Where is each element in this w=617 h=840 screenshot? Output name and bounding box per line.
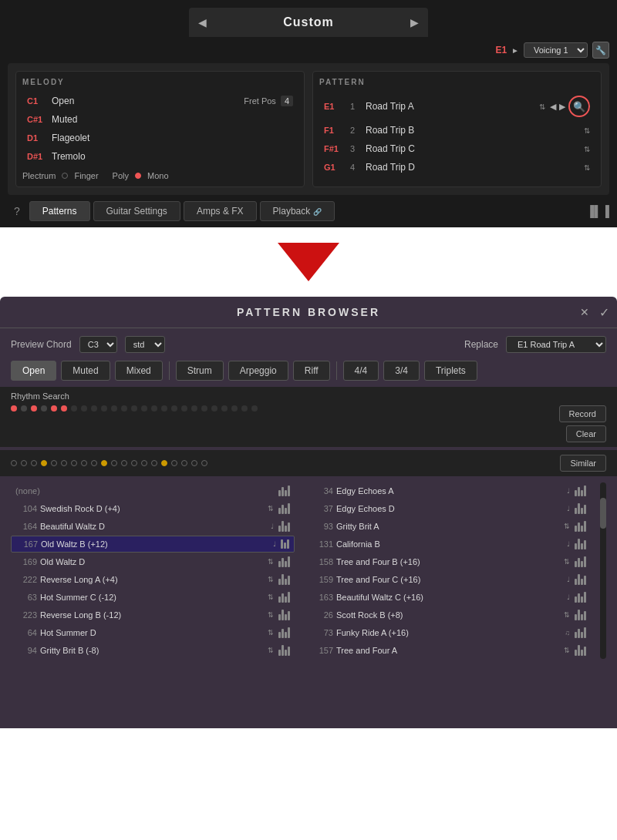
pitem-26[interactable]: 26 Scott Rock B (+8) ⇅ — [307, 606, 591, 623]
pitem-104[interactable]: 104 Swedish Rock D (+4) ⇅ — [11, 500, 295, 517]
rdot-17[interactable] — [171, 405, 177, 412]
rdot2-9[interactable] — [91, 460, 97, 466]
rdot-4[interactable] — [41, 405, 47, 412]
pattern-row-f1[interactable]: F1 2 Road Trip B ⇅ — [319, 122, 595, 139]
rdot2-16[interactable] — [161, 460, 167, 466]
pitem-167[interactable]: 167 Old Waltz B (+12) ♩ — [11, 536, 295, 553]
next-arrow[interactable]: ▶ — [401, 16, 428, 29]
rdot2-18[interactable] — [181, 460, 187, 466]
rdot2-14[interactable] — [141, 460, 147, 466]
pitem-93[interactable]: 93 Gritty Brit A ⇅ — [307, 518, 591, 535]
plectrum-radio[interactable] — [62, 173, 68, 179]
browser-close-button[interactable]: ✕ — [580, 306, 589, 318]
chord-type-select[interactable]: std maj — [125, 336, 165, 353]
rdot2-10[interactable] — [101, 460, 107, 466]
pitem-37[interactable]: 37 Edgy Echoes D ♩ — [307, 500, 591, 517]
settings-button[interactable]: 🔧 — [592, 42, 609, 59]
rdot-25[interactable] — [251, 405, 258, 412]
rdot-12[interactable] — [121, 405, 127, 412]
rdot-10[interactable] — [101, 405, 107, 412]
rdot-15[interactable] — [151, 405, 157, 412]
filter-triplets[interactable]: Triplets — [424, 361, 477, 381]
rdot-18[interactable] — [181, 405, 187, 412]
pattern-row-fs1[interactable]: F#1 3 Road Trip C ⇅ — [319, 140, 595, 157]
rdot2-17[interactable] — [171, 460, 177, 466]
filter-4-4[interactable]: 4/4 — [343, 361, 379, 381]
clear-button[interactable]: Clear — [566, 425, 606, 442]
rdot-7[interactable] — [71, 405, 77, 412]
rdot2-13[interactable] — [131, 460, 137, 466]
filter-arpeggio[interactable]: Arpeggio — [228, 361, 288, 381]
melody-row-ds1[interactable]: D#1 Tremolo — [22, 148, 298, 165]
rdot-14[interactable] — [141, 405, 147, 412]
pattern-row-e1[interactable]: E1 1 Road Trip A ⇅ ◀ ▶ 🔍 — [319, 92, 595, 120]
pitem-131[interactable]: 131 California B ♩ — [307, 536, 591, 553]
rdot2-3[interactable] — [31, 460, 37, 466]
rdot-11[interactable] — [111, 405, 117, 412]
pitem-164[interactable]: 164 Beautiful Waltz D ♩ — [11, 518, 295, 535]
melody-row-d1[interactable]: D1 Flageolet — [22, 129, 298, 146]
replace-dropdown[interactable]: E1 Road Trip A F1 Road Trip B — [506, 336, 606, 353]
rdot2-15[interactable] — [151, 460, 157, 466]
chord-note-select[interactable]: C3 D3 — [79, 336, 117, 353]
rdot2-20[interactable] — [201, 460, 207, 466]
rdot2-7[interactable] — [71, 460, 77, 466]
rdot-8[interactable] — [81, 405, 87, 412]
pitem-223[interactable]: 223 Reverse Long B (-12) ⇅ — [11, 606, 295, 623]
rdot2-2[interactable] — [21, 460, 27, 466]
rdot2-19[interactable] — [191, 460, 197, 466]
browser-confirm-button[interactable]: ✓ — [599, 305, 609, 320]
voicing-dropdown[interactable]: Voicing 1 Voicing 2 Voicing 3 — [524, 42, 588, 58]
poly-radio[interactable] — [135, 173, 141, 179]
pitem-73[interactable]: 73 Funky Ride A (+16) ♫ — [307, 624, 591, 641]
rdot-19[interactable] — [191, 405, 197, 412]
rdot-22[interactable] — [221, 405, 228, 412]
similar-button[interactable]: Similar — [560, 455, 606, 472]
rdot-9[interactable] — [91, 405, 97, 412]
rdot2-1[interactable] — [11, 460, 17, 466]
tab-patterns[interactable]: Patterns — [29, 201, 90, 221]
filter-open[interactable]: Open — [11, 361, 56, 381]
rdot-3[interactable] — [31, 405, 37, 412]
rdot2-6[interactable] — [61, 460, 67, 466]
filter-riff[interactable]: Riff — [293, 361, 330, 381]
pitem-none[interactable]: (none) — [11, 482, 295, 499]
pitem-64[interactable]: 64 Hot Summer D ⇅ — [11, 624, 295, 641]
rdot-20[interactable] — [201, 405, 207, 412]
rdot-24[interactable] — [241, 405, 248, 412]
rdot2-12[interactable] — [121, 460, 127, 466]
pitem-163[interactable]: 163 Beautiful Waltz C (+16) ♩ — [307, 589, 591, 606]
filter-mixed[interactable]: Mixed — [115, 361, 163, 381]
rdot-16[interactable] — [161, 405, 167, 412]
filter-3-4[interactable]: 3/4 — [383, 361, 420, 381]
help-button[interactable]: ? — [8, 205, 26, 217]
rdot-21[interactable] — [211, 405, 217, 412]
pitem-222[interactable]: 222 Reverse Long A (+4) ⇅ — [11, 571, 295, 588]
pitem-157[interactable]: 157 Tree and Four A ⇅ — [307, 642, 591, 659]
rdot-2[interactable] — [21, 405, 27, 412]
search-button[interactable]: 🔍 — [568, 96, 590, 117]
pitem-169[interactable]: 169 Old Waltz D ⇅ — [11, 553, 295, 570]
filter-strum[interactable]: Strum — [176, 361, 224, 381]
rdot-23[interactable] — [231, 405, 238, 412]
scrollbar[interactable] — [600, 482, 606, 659]
rdot2-11[interactable] — [111, 460, 117, 466]
pitem-94[interactable]: 94 Gritty Brit B (-8) ⇅ — [11, 642, 295, 659]
scrollbar-thumb[interactable] — [600, 498, 606, 529]
rdot2-8[interactable] — [81, 460, 87, 466]
tab-playback[interactable]: Playback 🔗 — [260, 201, 335, 221]
pitem-159[interactable]: 159 Tree and Four C (+16) ♩ — [307, 571, 591, 588]
tab-amps-fx[interactable]: Amps & FX — [184, 201, 257, 221]
rdot2-4[interactable] — [41, 460, 47, 466]
tab-guitar-settings[interactable]: Guitar Settings — [93, 201, 180, 221]
rdot2-5[interactable] — [51, 460, 57, 466]
pattern-prev[interactable]: ◀ — [550, 102, 556, 112]
prev-arrow[interactable]: ◀ — [189, 16, 216, 29]
rdot-1[interactable] — [11, 405, 17, 412]
record-button[interactable]: Record — [559, 405, 606, 422]
rdot-6[interactable] — [61, 405, 67, 412]
filter-muted[interactable]: Muted — [61, 361, 110, 381]
pitem-158[interactable]: 158 Tree and Four B (+16) ⇅ — [307, 553, 591, 570]
pattern-play[interactable]: ▶ — [559, 102, 565, 112]
melody-row-cs1[interactable]: C#1 Muted — [22, 111, 298, 128]
